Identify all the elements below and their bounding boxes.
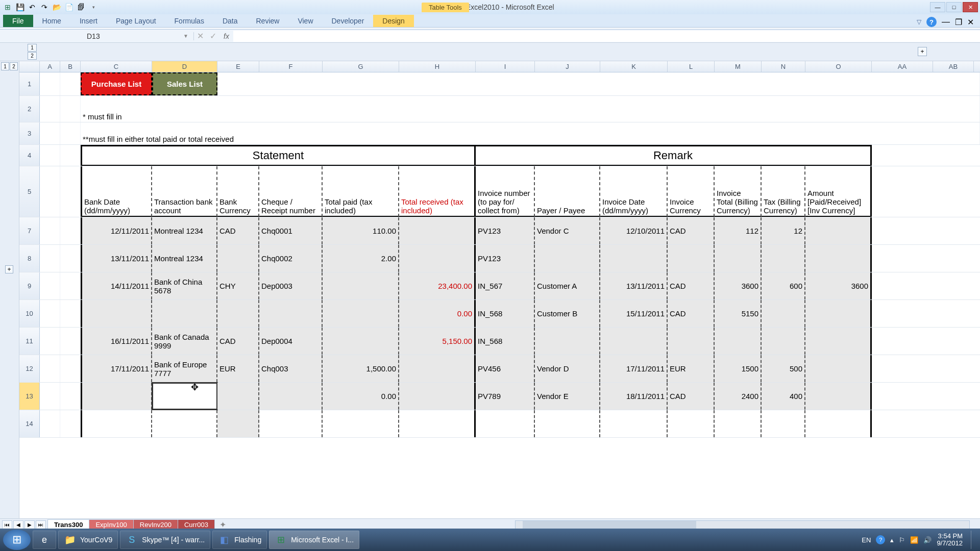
help-icon[interactable]: ? — [926, 17, 937, 27]
cell[interactable] — [60, 272, 81, 299]
row-outline-level-1[interactable]: 1 — [1, 62, 9, 70]
cell-inv[interactable]: IN_568 — [476, 328, 535, 355]
col-header-B[interactable]: B — [60, 61, 81, 72]
cell-payer[interactable] — [535, 328, 600, 355]
fx-icon[interactable]: fx — [219, 32, 233, 40]
cell-idate[interactable]: 17/11/2011 — [600, 355, 668, 382]
cell-itotal[interactable]: 5150 — [715, 300, 762, 327]
sheet-nav-next-icon[interactable]: ▶ — [24, 520, 35, 530]
cell[interactable] — [60, 300, 81, 327]
qat-dropdown-icon[interactable]: ▾ — [88, 2, 99, 13]
cell-paid[interactable]: 110.00 — [323, 217, 399, 244]
cell-idate[interactable]: 12/10/2011 — [600, 217, 668, 244]
workbook-minimize-icon[interactable]: — — [942, 17, 950, 27]
taskbar-flashing[interactable]: ◧Flashing — [212, 531, 267, 549]
note-either[interactable]: **must fill in either total paid or tota… — [81, 122, 980, 144]
cell[interactable] — [40, 410, 60, 437]
taskbar-explorer[interactable]: 📁YourCoV9 — [58, 531, 118, 549]
cell-paid[interactable] — [323, 328, 399, 355]
cell-recv[interactable] — [399, 355, 476, 382]
tab-view[interactable]: View — [288, 15, 322, 27]
cell-tax[interactable] — [762, 300, 805, 327]
sheet-nav-first-icon[interactable]: ⏮ — [2, 520, 12, 530]
cell[interactable] — [40, 217, 60, 244]
cell-acct[interactable] — [152, 383, 217, 410]
tab-data[interactable]: Data — [213, 15, 247, 27]
cell-paid[interactable] — [323, 300, 399, 327]
name-box-dropdown-icon[interactable]: ▼ — [183, 33, 188, 39]
cell-date[interactable]: 17/11/2011 — [81, 355, 152, 382]
cell-paid[interactable]: 0.00 — [323, 383, 399, 410]
col-header-F[interactable]: F — [259, 61, 323, 72]
close-button[interactable]: ✕ — [963, 2, 978, 12]
cell-payer[interactable] — [535, 245, 600, 272]
cell-cheque[interactable]: Chq003 — [259, 355, 323, 382]
purchase-list-button[interactable]: Purchase List — [81, 72, 152, 95]
cell[interactable] — [40, 383, 60, 410]
show-desktop-button[interactable] — [971, 531, 977, 549]
cell-payer[interactable]: Vendor C — [535, 217, 600, 244]
col-header-AB[interactable]: AB — [933, 61, 974, 72]
row-header-1[interactable]: 1 — [19, 72, 40, 95]
cell-acct[interactable]: Bank of China 5678 — [152, 272, 217, 299]
cell-recv[interactable] — [399, 245, 476, 272]
cell-payer[interactable]: Vendor D — [535, 355, 600, 382]
cell-tax[interactable]: 12 — [762, 217, 805, 244]
hdr-inv-total[interactable]: Invoice Total (Billing Currency) — [715, 166, 762, 217]
tab-design[interactable]: Design — [373, 15, 414, 27]
new-sheet-icon[interactable]: ✦ — [217, 520, 229, 530]
statement-header[interactable]: Statement — [81, 145, 476, 166]
minimize-button[interactable]: — — [930, 2, 945, 12]
tray-chevron-icon[interactable]: ▴ — [890, 536, 894, 544]
col-header-A[interactable]: A — [40, 61, 60, 72]
cell-acct[interactable] — [152, 300, 217, 327]
cell-icurr[interactable]: EUR — [668, 355, 715, 382]
hdr-inv-num[interactable]: Invoice number (to pay for/ collect from… — [476, 166, 535, 217]
cell[interactable] — [60, 383, 81, 410]
row-header-3[interactable]: 3 — [19, 122, 40, 144]
cancel-formula-icon[interactable]: ✕ — [194, 31, 207, 41]
formula-input[interactable] — [233, 31, 980, 42]
cell-tax[interactable] — [762, 245, 805, 272]
cell-acct[interactable]: Montreal 1234 — [152, 217, 217, 244]
cell-idate[interactable]: 15/11/2011 — [600, 300, 668, 327]
cell[interactable] — [81, 410, 152, 437]
row-header-8[interactable]: 8 — [19, 245, 40, 272]
hdr-total-recv[interactable]: Total received (tax included) — [399, 166, 476, 217]
row-header-12[interactable]: 12 — [19, 355, 40, 382]
cell-curr[interactable] — [217, 383, 259, 410]
cell-recv[interactable] — [399, 217, 476, 244]
cell[interactable] — [600, 410, 668, 437]
cell[interactable] — [535, 410, 600, 437]
cell[interactable] — [40, 166, 60, 217]
select-all-cell[interactable] — [19, 61, 40, 72]
cell-acct[interactable]: Bank of Canada 9999 — [152, 328, 217, 355]
cell[interactable] — [323, 410, 399, 437]
cell[interactable] — [40, 145, 60, 166]
cell-amt[interactable] — [805, 300, 872, 327]
hdr-cheque[interactable]: Cheque / Receipt number — [259, 166, 323, 217]
new-icon[interactable]: 📄 — [63, 2, 75, 13]
cell[interactable] — [40, 96, 60, 122]
cell-itotal[interactable]: 3600 — [715, 272, 762, 299]
undo-icon[interactable]: ↶ — [27, 2, 38, 13]
cell[interactable] — [762, 410, 805, 437]
tray-flag-icon[interactable]: ⚐ — [899, 536, 905, 544]
cell-amt[interactable] — [805, 328, 872, 355]
cell-inv[interactable]: IN_567 — [476, 272, 535, 299]
cell[interactable] — [60, 355, 81, 382]
cell-amt[interactable] — [805, 245, 872, 272]
cell-inv[interactable]: PV456 — [476, 355, 535, 382]
hdr-tax[interactable]: Tax (Billing Currency) — [762, 166, 805, 217]
cell[interactable] — [40, 355, 60, 382]
row-header-5[interactable]: 5 — [19, 166, 40, 217]
row-header-7[interactable]: 7 — [19, 217, 40, 244]
cell-date[interactable] — [81, 300, 152, 327]
horizontal-scrollbar[interactable] — [515, 520, 970, 530]
sheet-nav-prev-icon[interactable]: ◀ — [13, 520, 23, 530]
cell-itotal[interactable] — [715, 245, 762, 272]
cell[interactable] — [60, 410, 81, 437]
cell[interactable] — [40, 272, 60, 299]
cell[interactable] — [60, 72, 81, 95]
col-header-O[interactable]: O — [805, 61, 872, 72]
